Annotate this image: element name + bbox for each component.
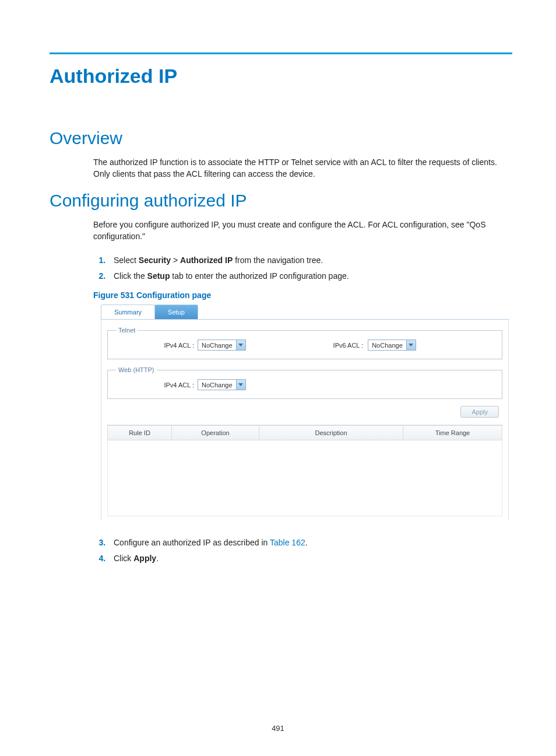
tab-setup[interactable]: Setup xyxy=(154,304,198,319)
label-telnet-ipv6: IPv6 ACL : xyxy=(333,342,368,349)
select-telnet-ipv6[interactable]: NoChange xyxy=(368,340,416,351)
chevron-down-icon xyxy=(236,340,245,350)
configure-intro: Before you configure authorized IP, you … xyxy=(50,219,512,243)
figure-caption: Figure 531 Configuration page xyxy=(50,290,512,300)
top-rule xyxy=(50,52,512,54)
step-2: Click the Setup tab to enter the authori… xyxy=(108,268,512,284)
figure-531: Summary Setup Telnet IPv4 ACL : NoChange… xyxy=(101,304,509,520)
svg-marker-1 xyxy=(409,344,413,346)
legend-telnet: Telnet xyxy=(116,327,138,334)
section-overview: Overview xyxy=(50,128,512,148)
th-time-range: Time Range xyxy=(403,426,502,440)
label-telnet-ipv4: IPv4 ACL : xyxy=(116,342,198,349)
th-description: Description xyxy=(259,426,403,440)
apply-button[interactable]: Apply xyxy=(460,406,499,418)
group-web: Web (HTTP) IPv4 ACL : NoChange xyxy=(107,366,502,399)
step-3: Configure an authorized IP as described … xyxy=(108,535,512,551)
group-telnet: Telnet IPv4 ACL : NoChange IPv6 ACL : No… xyxy=(107,327,502,359)
section-configure: Configuring authorized IP xyxy=(50,191,512,211)
legend-web: Web (HTTP) xyxy=(116,366,157,373)
label-web-ipv4: IPv4 ACL : xyxy=(116,382,198,388)
steps-list-2: Configure an authorized IP as described … xyxy=(50,535,512,566)
table-header: Rule ID Operation Description Time Range xyxy=(107,425,502,440)
tab-summary[interactable]: Summary xyxy=(101,304,155,319)
steps-list-1: Select Security > Authorized IP from the… xyxy=(50,253,512,284)
overview-text: The authorized IP function is to associa… xyxy=(50,156,512,180)
page-number: 491 xyxy=(0,724,556,733)
setup-panel: Telnet IPv4 ACL : NoChange IPv6 ACL : No… xyxy=(101,320,509,520)
select-telnet-ipv4[interactable]: NoChange xyxy=(198,340,246,351)
page-title: Authorized IP xyxy=(50,65,512,88)
svg-marker-2 xyxy=(238,383,243,386)
th-operation: Operation xyxy=(171,426,259,440)
tabs: Summary Setup xyxy=(101,304,509,320)
chevron-down-icon xyxy=(406,340,416,350)
step-1: Select Security > Authorized IP from the… xyxy=(108,253,512,268)
svg-marker-0 xyxy=(238,344,243,346)
chevron-down-icon xyxy=(236,380,245,390)
link-table-162[interactable]: Table 162 xyxy=(270,538,305,547)
step-4: Click Apply. xyxy=(108,551,512,566)
th-rule-id: Rule ID xyxy=(107,426,171,440)
select-web-ipv4[interactable]: NoChange xyxy=(198,379,246,390)
table-body-empty xyxy=(107,440,502,516)
